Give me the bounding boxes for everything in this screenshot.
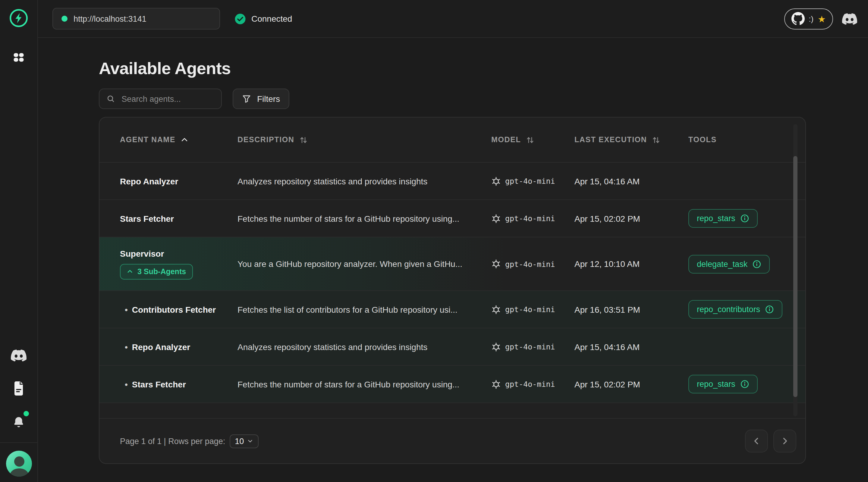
tool-badge[interactable]: repo_stars (688, 209, 758, 228)
description-cell: Fetches the number of stars for a GitHub… (238, 379, 491, 389)
document-icon (13, 381, 25, 396)
table-row[interactable]: Stars FetcherFetches the number of stars… (99, 200, 805, 237)
filters-button[interactable]: Filters (233, 89, 289, 109)
description-cell: Fetches the list of contributors for a G… (238, 304, 491, 314)
bell-icon (12, 415, 25, 429)
openai-icon (491, 304, 501, 314)
sidebar-item-notifications[interactable] (7, 410, 31, 434)
sidebar-item-discord[interactable] (7, 344, 31, 367)
connection-status: Connected (235, 13, 292, 24)
tool-badge[interactable]: delegate_task (688, 255, 770, 273)
tool-name: repo_stars (697, 214, 735, 223)
filters-label: Filters (257, 94, 280, 104)
agent-name-cell: •Contributors Fetcher (120, 304, 238, 314)
discord-link-button[interactable] (842, 13, 857, 24)
sort-updown-icon (526, 135, 535, 144)
scrollbar-thumb[interactable] (793, 156, 798, 397)
last-execution-cell: Apr 15, 02:02 PM (575, 214, 688, 223)
description-cell: Analyzes repository statistics and provi… (238, 342, 491, 352)
pagination-info: Page 1 of 1 | Rows per page: 10 (120, 434, 258, 448)
column-label: AGENT NAME (120, 135, 176, 144)
description-cell: Fetches the number of stars for a GitHub… (238, 214, 491, 223)
app-root: http://localhost:3141 Connected :) ★ (0, 0, 868, 482)
table-row[interactable]: •Repo AnalyzerAnalyzes repository statis… (99, 328, 805, 366)
agent-name-cell: Supervisor3 Sub-Agents (120, 249, 238, 279)
agent-name-cell: •Repo Analyzer (120, 342, 238, 352)
tool-name: repo_stars (697, 380, 735, 389)
tool-name: delegate_task (697, 259, 747, 268)
column-label: LAST EXECUTION (575, 135, 647, 144)
check-circle-icon (235, 13, 246, 24)
info-icon (740, 380, 749, 389)
tool-badge[interactable]: repo_contributors (688, 300, 782, 319)
chevron-down-icon (247, 438, 253, 444)
table-header-row: AGENT NAMEDESCRIPTIONMODELLAST EXECUTION… (99, 118, 805, 163)
tool-badge[interactable]: repo_stars (688, 375, 758, 393)
next-page-button[interactable] (773, 429, 796, 452)
last-execution-cell: Apr 15, 04:16 AM (575, 342, 688, 352)
agent-name-cell: Repo Analyzer (120, 176, 238, 186)
status-label: Connected (251, 14, 292, 24)
openai-icon (491, 342, 501, 352)
info-icon (740, 214, 749, 223)
lightning-bolt-icon (8, 8, 29, 28)
server-url-field[interactable]: http://localhost:3141 (53, 8, 220, 30)
info-icon (765, 305, 774, 314)
openai-icon (491, 379, 501, 389)
column-header-last-execution[interactable]: LAST EXECUTION (575, 135, 688, 144)
bolt-logo[interactable] (8, 8, 29, 28)
tools-cell: delegate_task (688, 255, 805, 273)
person-silhouette-icon (6, 452, 32, 477)
search-input[interactable] (120, 94, 214, 104)
chevron-left-icon (752, 436, 761, 446)
table-row[interactable]: Repo AnalyzerAnalyzes repository statist… (99, 163, 805, 200)
table-body: Repo AnalyzerAnalyzes repository statist… (99, 163, 805, 403)
openai-icon (491, 214, 501, 223)
model-name: gpt-4o-mini (505, 176, 555, 186)
model-name: gpt-4o-mini (505, 380, 555, 389)
sidebar (0, 0, 38, 482)
server-online-dot (61, 16, 67, 22)
model-cell: gpt-4o-mini (491, 342, 575, 352)
sidebar-divider (0, 442, 37, 443)
column-header-description[interactable]: DESCRIPTION (238, 135, 491, 144)
sort-asc-icon (180, 135, 189, 144)
previous-page-button[interactable] (745, 429, 768, 452)
chevron-right-icon (780, 436, 789, 446)
github-icon (791, 12, 804, 25)
rows-per-page-value: 10 (235, 437, 244, 446)
sidebar-item-docs[interactable] (7, 377, 31, 401)
description-cell: Analyzes repository statistics and provi… (238, 176, 491, 186)
model-cell: gpt-4o-mini (491, 379, 575, 389)
column-label: DESCRIPTION (238, 135, 294, 144)
rows-per-page-select[interactable]: 10 (229, 434, 258, 448)
table-row[interactable]: •Stars FetcherFetches the number of star… (99, 366, 805, 403)
last-execution-cell: Apr 15, 04:16 AM (575, 176, 688, 186)
table-row[interactable]: Supervisor3 Sub-AgentsYou are a GitHub r… (99, 237, 805, 291)
model-name: gpt-4o-mini (505, 259, 555, 268)
chevron-up-icon (127, 268, 133, 275)
sub-agent-bullet: • (125, 304, 128, 314)
column-header-tools: TOOLS (688, 135, 805, 144)
table-footer: Page 1 of 1 | Rows per page: 10 (99, 418, 805, 463)
star-icon: ★ (818, 14, 826, 23)
column-header-model[interactable]: MODEL (491, 135, 575, 144)
agent-name-cell: Stars Fetcher (120, 214, 238, 223)
toolbar: Filters (99, 89, 868, 109)
discord-icon (11, 349, 27, 361)
github-button-label: :) (809, 14, 813, 23)
openai-icon (491, 176, 501, 186)
column-header-agent-name[interactable]: AGENT NAME (120, 135, 238, 144)
description-cell: You are a GitHub repository analyzer. Wh… (238, 259, 491, 269)
agent-name-cell: •Stars Fetcher (120, 379, 238, 389)
tools-cell: repo_stars (688, 375, 805, 393)
model-cell: gpt-4o-mini (491, 214, 575, 223)
search-box (99, 89, 222, 109)
table-row[interactable]: •Contributors FetcherFetches the list of… (99, 291, 805, 328)
notification-dot (24, 411, 29, 416)
sidebar-item-agents[interactable] (7, 45, 31, 69)
user-avatar[interactable] (6, 451, 32, 477)
sub-agents-toggle[interactable]: 3 Sub-Agents (120, 264, 193, 279)
github-star-button[interactable]: :) ★ (784, 8, 833, 29)
pagination-controls (745, 429, 796, 452)
